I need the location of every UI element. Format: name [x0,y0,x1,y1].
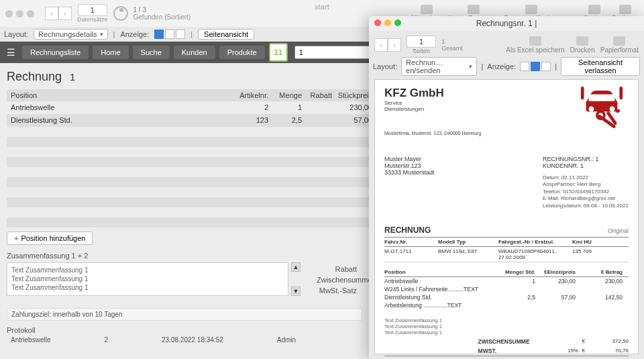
pie-indicator-icon [113,6,128,21]
car-service-icon [575,84,629,131]
col-position: Position [7,91,228,99]
position-row: Dienstleistung Std.2,557,00142,50 [384,293,629,301]
layout-label: Layout: [4,30,28,38]
col-stueckpreis: Stückpreis [332,91,372,99]
found-label: Gefunden (Sortiert) [133,13,191,21]
tab-rechnungsliste[interactable]: Rechnungsliste [22,46,89,59]
invoice-no: RECHNUNGSNR.: 1 [543,156,629,162]
invoice-meta: Datum: 02.11.2022 AnsprPartner: Herr Ber… [543,174,629,209]
rechnung-heading: RECHNUNG [384,225,431,235]
next-record-button[interactable]: › [58,7,72,20]
svg-point-3 [589,106,594,111]
tab-home[interactable]: Home [93,46,128,59]
summary-labels: Rabatt Zwischensumme MwSt.-Satz [317,265,357,297]
inv-view-icons[interactable] [520,62,551,71]
customer-no: KUNDENNR. 1 [543,162,629,169]
record-count: 1 / 3 [133,6,191,13]
add-position-button[interactable]: +Position hinzufügen [7,232,93,245]
col-rabatt: Rabatt [302,91,332,99]
svg-rect-2 [589,95,615,101]
invoice-titlebar: Rechnungsnr. 1 | [369,16,644,31]
window-controls[interactable] [374,19,401,26]
scroll-up-icon[interactable]: ▲ [291,262,301,272]
svg-rect-0 [581,87,584,99]
tab-suche[interactable]: Suche [133,46,170,59]
tab-produkte[interactable]: Produkte [219,46,265,59]
print-button[interactable]: Drucken [570,36,595,54]
invoice-layout-bar: Layout: Rechnun…en/senden | Anzeige: | S… [369,59,644,74]
col-artikelnr: Artikelnr. [228,91,268,99]
position-row: Arbeitsleistung ...............TEXT [384,301,629,309]
view-label: Anzeige: [120,30,149,38]
vehicle-header: Fahrz.Nr.Modell TypFahrgest.-Nr / Erstzu… [384,237,629,247]
positions-header: PositionMenge/ Std.€Einzelpreis€ Betrag [384,268,629,277]
seiten-label: Seiten [413,48,430,54]
tab-kunden[interactable]: Kunden [174,46,215,59]
window-title: start [315,3,329,11]
sum-row: ZWISCHENSUMME€372,50 [384,337,629,346]
col-menge: Menge [268,91,302,99]
svg-point-4 [610,106,615,111]
payment-terms: Zahlungsziel: innerhalb von 10 Tagen [7,308,362,321]
page-title: Rechnung1 [7,70,75,84]
layout-select[interactable]: Rechnungsdetails [34,29,107,40]
window-controls[interactable] [5,10,34,17]
paper-format-button[interactable]: Papierformat [600,36,639,54]
page-current[interactable]: 1 [407,36,436,48]
record-number[interactable]: 1 [78,4,107,16]
position-row: Antriebswelle1230,00230,00 [384,277,629,285]
invoice-window: Rechnungsnr. 1 | ‹› 1 Seiten 1 Gesamt Al… [369,16,644,359]
invoice-document: KFZ GmbH Service Dienstleistungen Muster… [374,79,639,354]
scroll-down-icon[interactable]: ▼ [291,287,301,296]
record-nav[interactable]: ‹› [45,7,72,20]
save-excel-button[interactable]: Als Excel speichern [506,36,564,54]
records-label: Datensätze [77,16,108,23]
exit-preview-button[interactable]: Seitenansicht verlassen [561,57,640,76]
page-nav[interactable]: ‹› [374,38,401,52]
view-mode-icons[interactable] [154,30,185,39]
calendar-icon[interactable]: 11 [269,43,288,62]
position-row: W245 Links / Fahrerseite..........TEXT [384,285,629,293]
original-label: Original [608,227,629,234]
menu-icon[interactable]: ☰ [4,47,18,58]
customer-address: Muster Mayer Musterstr.123 33333 Musters… [384,156,435,209]
svg-rect-1 [619,87,623,99]
preview-button[interactable]: Seitenansicht [198,29,254,40]
vehicle-row: M-GT-1711BMW 118d, E87 WBAUD71090P404011… [384,247,629,262]
sum-row: MWST.19%€70,78 [384,346,629,356]
summary-textarea[interactable]: Text Zusammenfassung 1 Text Zusammenfass… [7,262,288,296]
sum-row: ENDSUMME€443,28 [384,356,629,359]
prev-record-button[interactable]: ‹ [45,7,58,20]
svg-point-6 [597,111,604,119]
inv-layout-select[interactable]: Rechnun…en/senden [401,57,477,76]
invoice-toolbar: ‹› 1 Seiten 1 Gesamt Als Excel speichern… [369,31,644,59]
sender-line: Musterfirma, Musterstr. 123, D40000 Hamb… [384,131,629,136]
